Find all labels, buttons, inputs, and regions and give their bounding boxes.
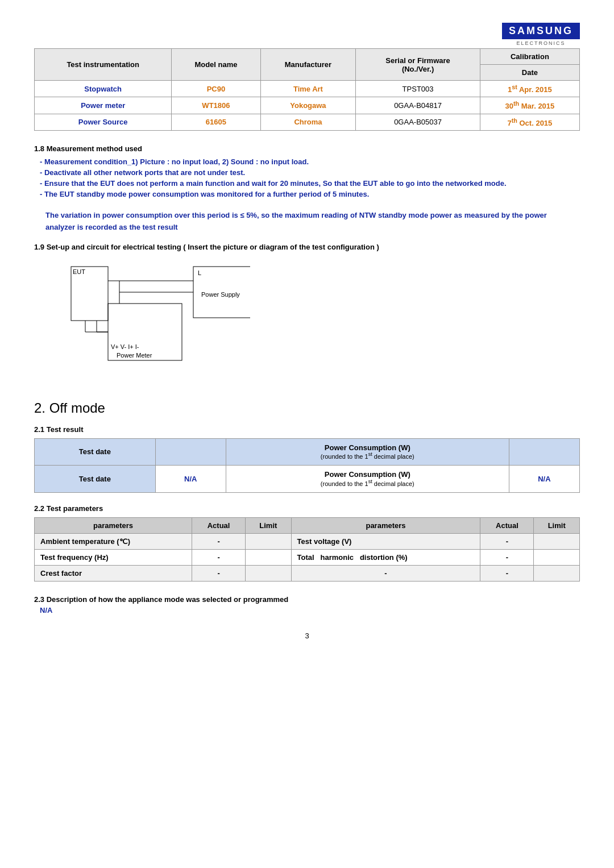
param-frequency: Test frequency (Hz)	[35, 549, 192, 565]
serial-tpst003: TPST003	[356, 81, 480, 97]
table-row: Power meter WT1806 Yokogawa 0GAA-B04817 …	[35, 97, 580, 114]
ph-limit1: Limit	[246, 517, 292, 533]
params-row-3: Crest factor - - -	[35, 565, 580, 581]
actual-ambient: -	[192, 533, 246, 549]
ph-limit2: Limit	[534, 517, 580, 533]
test-result-table: Test date Power Consumption (W) (rounded…	[34, 438, 580, 493]
measurement-section: 1.8 Measurement method used - Measuremen…	[34, 144, 580, 198]
circuit-diagram: EUT V+ V- I+ I- Power Meter L Power Supp…	[68, 258, 250, 383]
manufacturer-timeart: Time Art	[260, 81, 356, 97]
test-date-label: Test date	[35, 466, 156, 493]
ph-actual2: Actual	[480, 517, 534, 533]
param-voltage: Test voltage (V)	[291, 533, 480, 549]
param-thd: Total harmonic distortion (%)	[291, 549, 480, 565]
col-header-calibration: Calibration	[480, 49, 579, 65]
svg-text:EUT: EUT	[73, 268, 85, 275]
brand-name: SAMSUNG	[502, 23, 580, 39]
svg-text:L: L	[198, 269, 201, 276]
th-value	[509, 438, 579, 466]
param-ambient: Ambient temperature (℃)	[35, 533, 192, 549]
col-header-instrument: Test instrumentation	[35, 49, 172, 81]
instrument-powersource: Power Source	[35, 114, 172, 130]
params-table: parameters Actual Limit parameters Actua…	[34, 517, 580, 582]
bullet-4: - The EUT standby mode power consumption…	[40, 190, 580, 198]
circuit-section: 1.9 Set-up and circuit for electrical te…	[34, 243, 580, 383]
circuit-svg: EUT V+ V- I+ I- Power Meter L Power Supp…	[68, 258, 250, 383]
ph-parameters2: parameters	[291, 517, 480, 533]
params-row-1: Ambient temperature (℃) - Test voltage (…	[35, 533, 580, 549]
test-result-row: Test date N/A Power Consumption (W) (rou…	[35, 466, 580, 493]
table-row: Power Source 61605 Chroma 0GAA-B05037 7t…	[35, 114, 580, 130]
param-empty: -	[291, 565, 480, 581]
description-section: 2.3 Description of how the appliance mod…	[34, 595, 580, 614]
col-header-model: Model name	[172, 49, 260, 81]
actual-thd: -	[480, 549, 534, 565]
th-test-date: Test date	[35, 438, 156, 466]
params-row-2: Test frequency (Hz) - Total harmonic dis…	[35, 549, 580, 565]
bullet-3: - Ensure that the EUT does not perform a…	[40, 179, 580, 188]
test-result-section: 2.1 Test result Test date Power Consumpt…	[34, 425, 580, 493]
test-params-title: 2.2 Test parameters	[34, 504, 580, 513]
actual-empty: -	[480, 565, 534, 581]
th-empty	[155, 438, 226, 466]
description-value: N/A	[40, 606, 580, 614]
svg-text:V+  V-    I+    I-: V+ V- I+ I-	[111, 343, 139, 350]
power-consumption-label: Power Consumption (W) (rounded to the 1s…	[226, 466, 509, 493]
test-params-section: 2.2 Test parameters parameters Actual Li…	[34, 504, 580, 582]
table-row: Stopwatch PC90 Time Art TPST003 1st Apr.…	[35, 81, 580, 97]
test-result-title: 2.1 Test result	[34, 425, 580, 434]
svg-text:Power Supply: Power Supply	[201, 291, 240, 298]
col-header-manufacturer: Manufacturer	[260, 49, 356, 81]
off-mode-heading: 2. Off mode	[34, 400, 580, 416]
limit-crest	[246, 565, 292, 581]
limit-empty	[534, 565, 580, 581]
brand-sub: ELECTRONICS	[502, 40, 580, 46]
header-logo-area: SAMSUNG ELECTRONICS	[34, 23, 580, 46]
svg-text:Power Meter: Power Meter	[117, 352, 152, 359]
ph-parameters1: parameters	[35, 517, 192, 533]
serial-0gaa-b04817: 0GAA-B04817	[356, 97, 480, 114]
instrument-stopwatch: Stopwatch	[35, 81, 172, 97]
instrument-powermeter: Power meter	[35, 97, 172, 114]
col-header-date: Date	[480, 65, 579, 81]
variation-note: The variation in power consumption over …	[45, 210, 569, 234]
limit-ambient	[246, 533, 292, 549]
measurement-title: 1.8 Measurement method used	[34, 144, 580, 153]
circuit-title: 1.9 Set-up and circuit for electrical te…	[34, 243, 580, 251]
calibration-row0: 1st Apr. 2015	[480, 81, 579, 97]
bullet-1: - Measurement condition_1) Picture : no …	[40, 157, 580, 166]
serial-0gaa-b05037: 0GAA-B05037	[356, 114, 480, 130]
actual-voltage: -	[480, 533, 534, 549]
limit-voltage	[534, 533, 580, 549]
model-pc90: PC90	[172, 81, 260, 97]
actual-crest: -	[192, 565, 246, 581]
page-number: 3	[34, 632, 580, 640]
calibration-row2: 7th Oct. 2015	[480, 114, 579, 130]
model-wt1806: WT1806	[172, 97, 260, 114]
params-header-row: parameters Actual Limit parameters Actua…	[35, 517, 580, 533]
bullet-2: - Deactivate all other network ports tha…	[40, 168, 580, 177]
limit-thd	[534, 549, 580, 565]
limit-frequency	[246, 549, 292, 565]
test-date-value: N/A	[155, 466, 226, 493]
th-power-consumption: Power Consumption (W) (rounded to the 1s…	[226, 438, 509, 466]
actual-frequency: -	[192, 549, 246, 565]
instrumentation-table: Test instrumentation Model name Manufact…	[34, 48, 580, 131]
manufacturer-yokogawa: Yokogawa	[260, 97, 356, 114]
col-header-serial: Serial or Firmware(No./Ver.)	[356, 49, 480, 81]
samsung-logo: SAMSUNG ELECTRONICS	[502, 23, 580, 46]
param-crest: Crest factor	[35, 565, 192, 581]
description-title: 2.3 Description of how the appliance mod…	[34, 595, 580, 604]
ph-actual1: Actual	[192, 517, 246, 533]
power-consumption-value: N/A	[509, 466, 579, 493]
model-61605: 61605	[172, 114, 260, 130]
manufacturer-chroma: Chroma	[260, 114, 356, 130]
calibration-row1: 30th Mar. 2015	[480, 97, 579, 114]
